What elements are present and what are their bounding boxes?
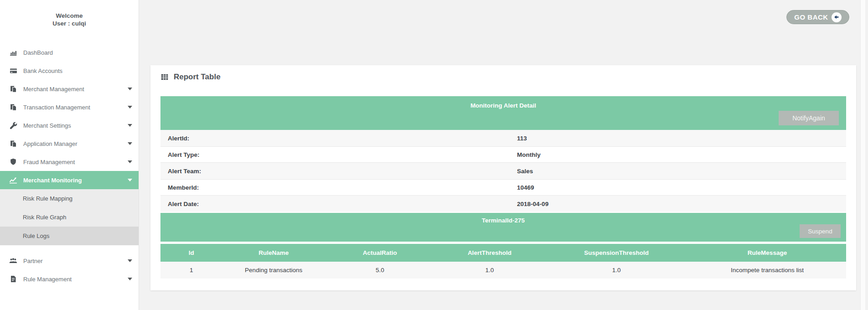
sidebar-item-label: Merchant Monitoring bbox=[23, 177, 128, 184]
report-card-title: Report Table bbox=[160, 72, 846, 82]
notify-again-button[interactable]: NotifyAgain bbox=[779, 111, 839, 125]
chevron-down-icon bbox=[128, 160, 132, 163]
terminal-section-header: TerminalId-275 Suspend bbox=[160, 213, 846, 242]
chevron-down-icon bbox=[128, 124, 132, 127]
report-card: Report Table Monitoring Alert Detail Not… bbox=[150, 65, 856, 290]
column-header-rulename: RuleName bbox=[222, 244, 325, 262]
submenu-item-rule-logs[interactable]: Rule Logs bbox=[0, 227, 139, 245]
field-label: Alert Date: bbox=[160, 201, 517, 207]
bar-chart-icon bbox=[9, 48, 17, 57]
sidebar-item-label: Bank Accounts bbox=[23, 67, 132, 74]
alert-detail-table: AlertId: 113 Alert Type: Monthly Alert T… bbox=[160, 130, 846, 212]
merchant-monitoring-submenu: Risk Rule Mapping Risk Rule Graph Rule L… bbox=[0, 189, 139, 245]
cell-rulemessage: Incompete transactions list bbox=[688, 262, 846, 279]
submenu-item-risk-rule-mapping[interactable]: Risk Rule Mapping bbox=[0, 189, 139, 208]
sidebar-item-label: Merchant Settings bbox=[23, 122, 128, 129]
field-value: 2018-04-09 bbox=[517, 201, 846, 207]
field-label: Alert Team: bbox=[160, 168, 517, 175]
sidebar-item-label: Merchant Management bbox=[23, 86, 128, 93]
copy-pages-icon bbox=[9, 103, 17, 111]
field-value: Sales bbox=[517, 168, 846, 175]
chevron-down-icon bbox=[128, 106, 132, 108]
cell-suspensionthreshold: 1.0 bbox=[544, 262, 688, 279]
sidebar-item-application-manager[interactable]: Application Manager bbox=[0, 134, 139, 153]
sidebar-item-fraud-management[interactable]: Fraud Management bbox=[0, 153, 139, 171]
sidebar-item-label: DashBoard bbox=[23, 49, 132, 56]
field-value: Monthly bbox=[517, 151, 846, 158]
submenu-item-risk-rule-graph[interactable]: Risk Rule Graph bbox=[0, 208, 139, 227]
sidebar-nav: DashBoard Bank Accounts Merchant Managem… bbox=[0, 43, 139, 288]
detail-row-member-id: MemberId: 10469 bbox=[160, 179, 846, 196]
sidebar-item-merchant-settings[interactable]: Merchant Settings bbox=[0, 116, 139, 134]
detail-row-alert-id: AlertId: 113 bbox=[160, 130, 846, 146]
cell-id: 1 bbox=[160, 262, 222, 279]
chevron-down-icon bbox=[128, 278, 132, 280]
rules-table: Id RuleName ActualRatio AlertThreshold S… bbox=[160, 244, 846, 279]
cell-actualratio: 5.0 bbox=[325, 262, 435, 279]
sidebar-item-rule-management[interactable]: Rule Management bbox=[0, 270, 139, 288]
detail-row-alert-date: Alert Date: 2018-04-09 bbox=[160, 196, 846, 212]
sidebar: Welcome User : culqi DashBoard Bank Acco… bbox=[0, 0, 139, 310]
terminal-section-title: TerminalId-275 bbox=[160, 213, 846, 224]
column-header-actualratio: ActualRatio bbox=[325, 244, 435, 262]
app-window: Welcome User : culqi DashBoard Bank Acco… bbox=[0, 0, 868, 310]
detail-row-alert-team: Alert Team: Sales bbox=[160, 163, 846, 179]
sidebar-item-label: Rule Management bbox=[23, 276, 128, 283]
rules-table-header-row: Id RuleName ActualRatio AlertThreshold S… bbox=[160, 244, 846, 262]
page-title: Report Table bbox=[174, 72, 221, 82]
submenu-item-label: Rule Logs bbox=[23, 232, 50, 239]
submenu-item-label: Risk Rule Graph bbox=[23, 214, 66, 221]
line-chart-icon bbox=[9, 176, 17, 184]
alert-section-header: Monitoring Alert Detail NotifyAgain bbox=[160, 96, 846, 130]
column-header-suspensionthreshold: SuspensionThreshold bbox=[544, 244, 688, 262]
sidebar-item-label: Application Manager bbox=[23, 140, 128, 147]
suspend-button[interactable]: Suspend bbox=[800, 224, 841, 238]
sidebar-item-label: Partner bbox=[23, 258, 128, 264]
welcome-line: Welcome bbox=[0, 12, 139, 20]
column-header-id: Id bbox=[160, 244, 222, 262]
chevron-down-icon bbox=[128, 179, 132, 181]
nav-divider-gap bbox=[0, 245, 139, 252]
sidebar-item-dashboard[interactable]: DashBoard bbox=[0, 43, 139, 62]
go-back-button[interactable]: GO BACK bbox=[786, 10, 849, 24]
file-text-icon bbox=[9, 275, 17, 283]
copy-pages-icon bbox=[9, 85, 17, 93]
chevron-down-icon bbox=[128, 88, 132, 90]
credit-card-icon bbox=[9, 67, 17, 75]
submenu-item-label: Risk Rule Mapping bbox=[23, 195, 72, 202]
table-icon bbox=[160, 73, 169, 81]
column-header-alertthreshold: AlertThreshold bbox=[435, 244, 545, 262]
sidebar-item-merchant-management[interactable]: Merchant Management bbox=[0, 80, 139, 98]
sidebar-item-partner[interactable]: Partner bbox=[0, 252, 139, 270]
field-label: MemberId: bbox=[160, 184, 517, 191]
main-content: GO BACK Report Table Monitoring Alert De… bbox=[139, 0, 868, 310]
go-back-label: GO BACK bbox=[794, 13, 828, 21]
field-value: 10469 bbox=[517, 184, 846, 191]
welcome-message: Welcome User : culqi bbox=[0, 12, 139, 27]
field-value: 113 bbox=[517, 135, 846, 142]
table-row: 1 Pending transactions 5.0 1.0 1.0 Incom… bbox=[160, 262, 846, 279]
alert-section-title: Monitoring Alert Detail bbox=[160, 96, 846, 109]
sidebar-item-transaction-management[interactable]: Transaction Management bbox=[0, 98, 139, 116]
scrollbar[interactable] bbox=[860, 0, 865, 310]
wrench-icon bbox=[9, 121, 17, 129]
field-label: AlertId: bbox=[160, 135, 517, 142]
shield-icon bbox=[9, 158, 17, 166]
sidebar-item-bank-accounts[interactable]: Bank Accounts bbox=[0, 62, 139, 80]
sidebar-item-label: Transaction Management bbox=[23, 104, 128, 111]
sidebar-item-label: Fraud Management bbox=[23, 159, 128, 165]
field-label: Alert Type: bbox=[160, 151, 517, 158]
sidebar-item-merchant-monitoring[interactable]: Merchant Monitoring bbox=[0, 171, 139, 189]
detail-row-alert-type: Alert Type: Monthly bbox=[160, 146, 846, 163]
column-header-rulemessage: RuleMessage bbox=[688, 244, 846, 262]
users-icon bbox=[9, 257, 17, 265]
chevron-down-icon bbox=[128, 259, 132, 262]
welcome-user: User : culqi bbox=[0, 20, 139, 27]
cell-alertthreshold: 1.0 bbox=[435, 262, 545, 279]
back-arrow-icon bbox=[832, 12, 842, 22]
copy-pages-icon bbox=[9, 140, 17, 148]
chevron-down-icon bbox=[128, 142, 132, 145]
cell-rulename: Pending transactions bbox=[222, 262, 325, 279]
